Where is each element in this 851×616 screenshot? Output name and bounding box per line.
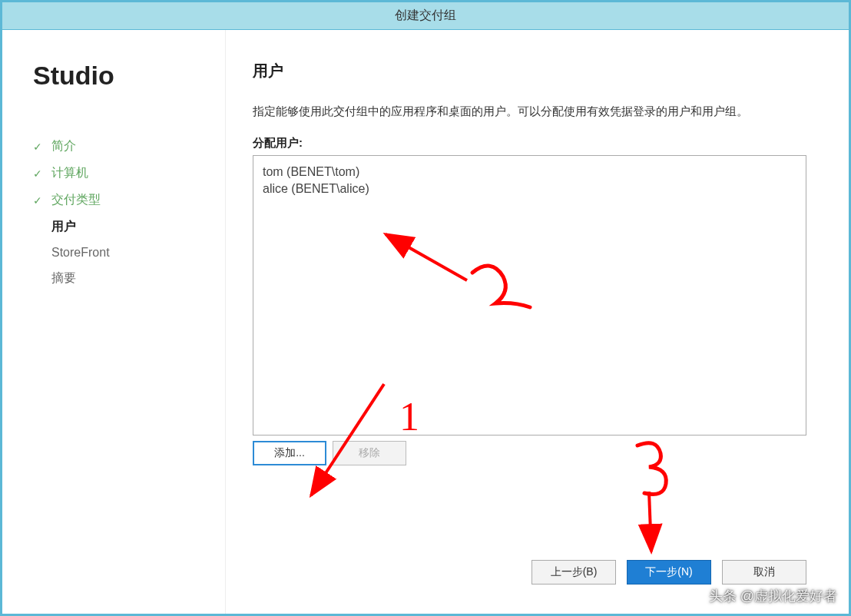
users-listbox[interactable]: tom (BENET\tom) alice (BENET\alice) bbox=[253, 155, 806, 436]
check-icon: ✓ bbox=[33, 194, 44, 207]
step-machines: ✓计算机 bbox=[33, 160, 225, 187]
page-description: 指定能够使用此交付组中的应用程序和桌面的用户。可以分配使用有效凭据登录的用户和用… bbox=[253, 103, 806, 121]
check-icon: ✓ bbox=[33, 167, 44, 180]
dialog-body: Studio ✓简介 ✓计算机 ✓交付类型 用户 StoreFront 摘要 用… bbox=[2, 30, 849, 614]
window-title: 创建交付组 bbox=[395, 8, 456, 24]
list-item[interactable]: tom (BENET\tom) bbox=[263, 164, 796, 180]
check-icon: ✓ bbox=[33, 141, 44, 153]
back-button[interactable]: 上一步(B) bbox=[531, 560, 616, 585]
remove-button[interactable]: 移除 bbox=[333, 441, 406, 465]
page-title: 用户 bbox=[253, 61, 806, 81]
watermark-text: 头条 @虚拟化爱好者 bbox=[709, 587, 837, 605]
list-buttons: 添加... 移除 bbox=[253, 441, 806, 465]
add-button[interactable]: 添加... bbox=[253, 441, 326, 465]
brand-title: Studio bbox=[33, 61, 225, 91]
step-summary: 摘要 bbox=[33, 265, 225, 292]
wizard-steps: ✓简介 ✓计算机 ✓交付类型 用户 StoreFront 摘要 bbox=[33, 133, 225, 292]
step-intro: ✓简介 bbox=[33, 133, 225, 160]
dialog-window: 创建交付组 Studio ✓简介 ✓计算机 ✓交付类型 用户 StoreFron… bbox=[0, 0, 851, 616]
list-item[interactable]: alice (BENET\alice) bbox=[263, 180, 796, 197]
step-users: 用户 bbox=[33, 214, 225, 240]
step-delivery-type: ✓交付类型 bbox=[33, 187, 225, 214]
assign-users-label: 分配用户: bbox=[253, 136, 806, 151]
window-titlebar: 创建交付组 bbox=[2, 2, 849, 30]
step-storefront: StoreFront bbox=[33, 240, 225, 265]
wizard-sidebar: Studio ✓简介 ✓计算机 ✓交付类型 用户 StoreFront 摘要 bbox=[2, 30, 225, 614]
main-panel: 用户 指定能够使用此交付组中的应用程序和桌面的用户。可以分配使用有效凭据登录的用… bbox=[225, 30, 849, 614]
cancel-button[interactable]: 取消 bbox=[722, 560, 806, 585]
next-button[interactable]: 下一步(N) bbox=[627, 560, 711, 585]
